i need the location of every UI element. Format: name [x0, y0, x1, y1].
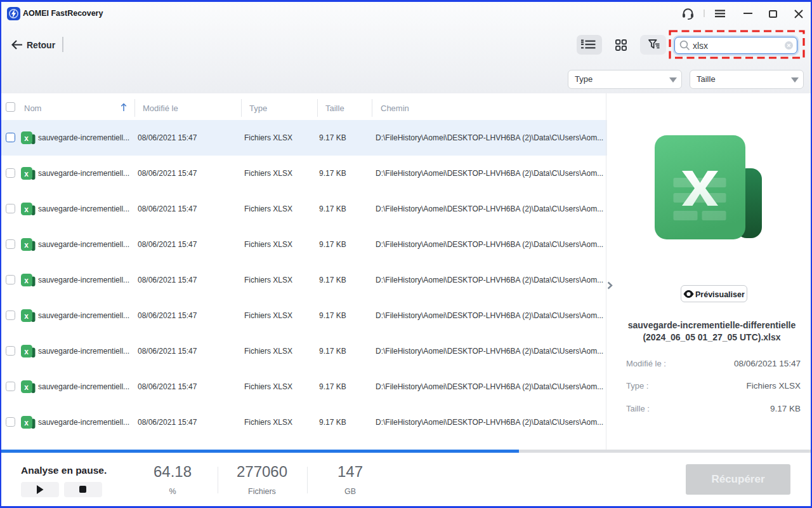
svg-text:x: x	[24, 241, 29, 250]
svg-text:x: x	[24, 312, 29, 321]
svg-text:x: x	[24, 418, 29, 427]
svg-text:x: x	[24, 347, 29, 356]
svg-text:x: x	[24, 205, 29, 214]
svg-text:x: x	[24, 170, 29, 178]
svg-text:x: x	[24, 276, 29, 285]
svg-text:x: x	[24, 134, 29, 143]
svg-text:x: x	[24, 383, 29, 392]
